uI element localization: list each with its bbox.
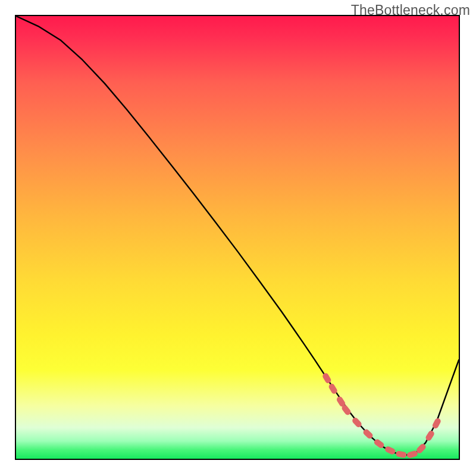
chart-container: TheBottleneck.com — [0, 0, 476, 476]
marker-point — [321, 372, 332, 384]
marker-point — [384, 446, 396, 456]
plot-area — [15, 15, 460, 460]
optimal-range-markers — [16, 16, 459, 459]
marker-point — [425, 430, 436, 442]
marker-point — [373, 438, 385, 449]
marker-point — [328, 383, 339, 395]
marker-point — [351, 416, 362, 428]
marker-point — [362, 428, 374, 440]
marker-point — [406, 450, 418, 459]
watermark-text: TheBottleneck.com — [351, 2, 470, 18]
marker-point — [396, 450, 407, 458]
marker-point — [431, 417, 441, 430]
